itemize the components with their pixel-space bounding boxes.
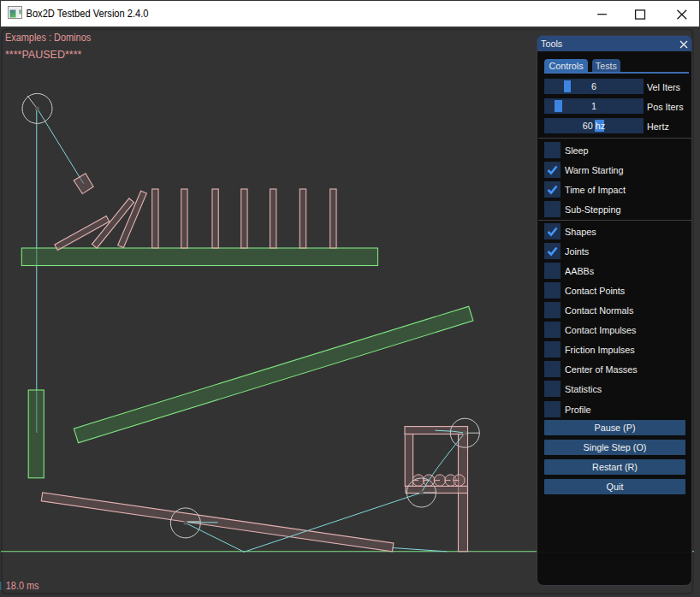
svg-text:Examples : Dominos: Examples : Dominos — [5, 32, 91, 44]
svg-text:****PAUSED****: ****PAUSED**** — [5, 49, 82, 61]
svg-text:Box2D Testbed Version 2.4.0: Box2D Testbed Version 2.4.0 — [27, 8, 149, 20]
svg-text:18.0 ms: 18.0 ms — [6, 580, 39, 592]
